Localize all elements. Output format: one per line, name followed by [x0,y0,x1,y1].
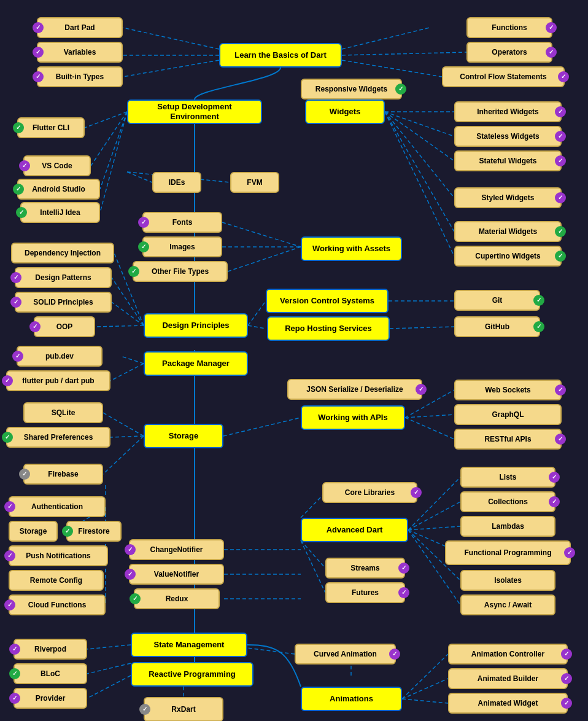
node-control_flow[interactable]: Control Flow Statements✓ [442,66,565,87]
node-working_assets[interactable]: Working with Assets [301,236,402,261]
node-android_studio[interactable]: Android Studio✓ [17,179,100,200]
svg-line-27 [248,325,266,329]
node-functional_prog[interactable]: Functional Programming✓ [445,540,571,565]
node-dep_injection[interactable]: Dependency Injection [11,243,114,263]
node-vs_code[interactable]: VS Code✓ [23,155,91,176]
node-oop[interactable]: OOP✓ [34,316,95,337]
node-lambdas[interactable]: Lambdas [460,516,555,537]
svg-line-64 [402,654,448,699]
node-graphql[interactable]: GraphQL [454,404,562,425]
node-bloc[interactable]: BLoC✓ [14,663,87,684]
node-reactive_programming[interactable]: Reactive Programming [131,662,253,687]
node-intellij[interactable]: IntelliJ Idea✓ [20,202,100,223]
node-label-animations: Animations [330,694,373,704]
svg-line-21 [228,247,301,271]
node-futures[interactable]: Futures✓ [325,582,405,603]
node-collections[interactable]: Collections✓ [460,491,555,512]
node-value_notifier[interactable]: ValueNotifier✓ [129,564,224,585]
node-label-working_assets: Working with Assets [312,244,390,254]
svg-line-19 [222,222,301,247]
node-material_widgets[interactable]: Material Widgets✓ [454,221,562,242]
node-repo_hosting[interactable]: Repo Hosting Services [267,316,390,341]
node-streams[interactable]: Streams✓ [325,558,405,579]
node-responsive_widgets[interactable]: Responsive Widgets✓ [301,79,402,99]
node-shared_prefs[interactable]: Shared Preferences✓ [6,427,110,448]
node-restful_apis[interactable]: RESTful APIs✓ [454,429,562,450]
node-label-oop: OOP [56,322,73,331]
node-vcs[interactable]: Version Control Systems [266,289,389,313]
node-stateful_widgets[interactable]: Stateful Widgets✓ [454,150,562,171]
node-widgets[interactable]: Widgets [305,99,385,124]
badge-value_notifier: ✓ [125,569,136,580]
node-flutter_pub[interactable]: flutter pub / dart pub✓ [6,370,110,391]
node-working_apis[interactable]: Working with APIs [301,405,405,430]
node-other_file_types[interactable]: Other File Types✓ [133,261,228,282]
node-storage_fire[interactable]: Storage [9,521,58,542]
node-state_management[interactable]: State Management [131,633,247,657]
svg-line-39 [405,418,454,439]
node-rxdart[interactable]: RxDart✓ [144,697,223,721]
node-label-dep_injection: Dependency Injection [25,249,101,257]
badge-functions: ✓ [546,22,557,33]
node-advanced_dart[interactable]: Advanced Dart [301,518,408,542]
node-authentication[interactable]: Authentication✓ [9,496,106,517]
node-styled_widgets[interactable]: Styled Widgets✓ [454,187,562,208]
node-firebase[interactable]: Firebase✓ [23,464,103,485]
badge-json_serialize: ✓ [416,384,427,395]
node-lists[interactable]: Lists✓ [460,467,555,488]
node-solid_principles[interactable]: SOLID Principles✓ [15,292,112,313]
node-curved_animation[interactable]: Curved Animation✓ [295,644,396,664]
node-dart_pad[interactable]: Dart Pad✓ [37,17,123,38]
node-ides[interactable]: IDEs [152,172,201,193]
node-images[interactable]: Images✓ [142,236,222,257]
node-functions[interactable]: Functions✓ [466,17,552,38]
node-storage_node[interactable]: Storage [144,424,223,448]
node-sqlite[interactable]: SQLite [23,402,103,423]
node-learn_basics[interactable]: Learn the Basics of Dart [219,43,342,68]
badge-collections: ✓ [549,496,560,507]
node-label-async_await: Async / Await [484,601,532,609]
node-variables[interactable]: Variables✓ [37,42,123,63]
node-animations[interactable]: Animations [301,687,402,711]
badge-control_flow: ✓ [558,71,569,82]
node-json_serialize[interactable]: JSON Serialize / Deserialize✓ [287,379,422,400]
node-cupertino_widgets[interactable]: Cupertino Widgets✓ [454,246,562,267]
node-design_patterns[interactable]: Design Patterns✓ [15,267,112,288]
node-fvm[interactable]: FVM [230,172,279,193]
node-remote_config[interactable]: Remote Config [9,570,104,591]
node-change_notifier[interactable]: ChangeNotifier✓ [129,539,224,560]
node-label-setup_dev: Setup Development Environment [134,102,255,121]
node-github[interactable]: GitHub✓ [454,316,540,337]
badge-styled_widgets: ✓ [555,192,566,203]
badge-intellij: ✓ [16,207,27,218]
node-async_await[interactable]: Async / Await [460,594,555,615]
node-isolates[interactable]: Isolates [460,570,555,591]
node-riverpod[interactable]: Riverpod✓ [14,639,87,660]
node-push_notifications[interactable]: Push Notifications✓ [9,545,108,566]
node-animated_builder[interactable]: Animated Builder✓ [448,668,568,689]
node-design_principles[interactable]: Design Principles [144,313,248,338]
node-firestore[interactable]: Firestore✓ [66,521,122,542]
node-package_manager[interactable]: Package Manager [144,351,248,376]
node-redux[interactable]: Redux✓ [134,588,220,609]
badge-images: ✓ [138,241,149,252]
node-web_sockets[interactable]: Web Sockets✓ [454,380,562,400]
svg-line-24 [112,302,144,325]
node-operators[interactable]: Operators✓ [466,42,552,63]
node-animation_controller[interactable]: Animation Controller✓ [448,644,568,664]
node-builtin_types[interactable]: Built-in Types✓ [37,66,123,87]
node-flutter_cli[interactable]: Flutter CLI✓ [17,117,85,138]
node-stateless_widgets[interactable]: Stateless Widgets✓ [454,126,562,147]
node-cloud_functions[interactable]: Cloud Functions✓ [9,594,106,615]
node-setup_dev[interactable]: Setup Development Environment [127,99,262,124]
node-pub_dev[interactable]: pub.dev✓ [17,346,103,367]
node-provider[interactable]: Provider✓ [14,688,87,709]
node-label-collections: Collections [488,497,528,506]
node-fonts[interactable]: Fonts✓ [142,212,222,233]
node-git[interactable]: Git✓ [454,290,540,311]
node-inherited_widgets[interactable]: Inherited Widgets✓ [454,101,562,122]
node-animated_widget[interactable]: Animated Widget✓ [448,693,568,714]
node-core_libraries[interactable]: Core Libraries✓ [322,482,417,503]
node-label-riverpod: Riverpod [34,645,66,653]
node-label-inherited_widgets: Inherited Widgets [477,107,539,116]
